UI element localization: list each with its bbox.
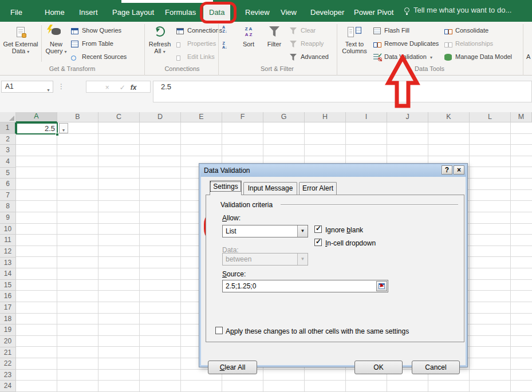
row-header-10[interactable]: 10	[0, 224, 16, 235]
row-header-17[interactable]: 17	[0, 302, 16, 314]
consolidate-icon	[444, 27, 454, 35]
formula-input[interactable]: 2.5	[153, 81, 532, 102]
ignore-blank-checkbox[interactable]: ✓	[314, 225, 322, 233]
from-table-button[interactable]: From Table	[71, 38, 113, 50]
ok-button[interactable]: OK	[354, 361, 403, 374]
sort-descending-button[interactable]: ZA↓	[222, 41, 236, 53]
recent-sources-button[interactable]: Recent Sources	[71, 52, 127, 63]
allow-dropdown[interactable]: List ▼	[222, 225, 308, 237]
column-header-a[interactable]: A	[16, 112, 57, 122]
formula-bar-splitter[interactable]: ⋮	[58, 82, 65, 90]
column-header-h[interactable]: H	[305, 112, 346, 122]
refresh-all-button[interactable]: RefreshAll ▾	[147, 23, 173, 64]
sort-icon: Z AA Z	[237, 25, 260, 39]
row-header-21[interactable]: 21	[0, 347, 16, 359]
tab-formulas[interactable]: Formulas	[159, 5, 202, 22]
row-header-22[interactable]: 22	[0, 358, 16, 370]
tab-power-pivot[interactable]: Power Pivot	[348, 5, 399, 22]
tab-insert[interactable]: Insert	[73, 5, 104, 22]
incell-dropdown-label[interactable]: In-cell dropdown	[325, 239, 376, 247]
row-header-24[interactable]: 24	[0, 381, 16, 392]
allow-dropdown-arrow-icon[interactable]: ▼	[297, 225, 308, 237]
get-external-data-icon	[2, 25, 39, 39]
data-validation-icon: ✓	[373, 53, 383, 61]
name-box[interactable]: A1▼	[1, 81, 53, 93]
column-header-f[interactable]: F	[222, 112, 263, 122]
dialog-title-bar[interactable]: Data Validation	[200, 165, 466, 177]
data-validation-button[interactable]: ✓Data Validation ▾	[373, 52, 432, 63]
row-header-5[interactable]: 5	[0, 168, 16, 179]
column-header-c[interactable]: C	[98, 112, 140, 122]
sort-button[interactable]: Z AA Z Sort	[237, 23, 260, 64]
row-header-16[interactable]: 16	[0, 291, 16, 302]
partial-analysis-button[interactable]: A	[526, 52, 530, 63]
row-header-11[interactable]: 11	[0, 235, 16, 246]
tab-view[interactable]: View	[275, 5, 302, 22]
tab-page-layout[interactable]: Page Layout	[107, 5, 160, 22]
enter-entry-icon[interactable]: ✓	[120, 84, 125, 92]
dialog-close-button[interactable]: ×	[454, 165, 464, 175]
row-header-18[interactable]: 18	[0, 314, 16, 325]
row-header-20[interactable]: 20	[0, 336, 16, 347]
row-header-13[interactable]: 13	[0, 258, 16, 269]
flash-fill-button[interactable]: Flash Fill	[373, 25, 409, 37]
row-header-15[interactable]: 15	[0, 280, 16, 291]
tab-review[interactable]: Review	[239, 5, 275, 22]
sort-ascending-button[interactable]: AZ↓	[222, 25, 236, 37]
row-header-23[interactable]: 23	[0, 370, 16, 381]
text-to-columns-button[interactable]: Text toColumns	[339, 23, 370, 64]
tab-settings[interactable]: Settings	[210, 180, 242, 195]
select-all-corner[interactable]	[0, 112, 16, 122]
range-picker-button[interactable]	[376, 281, 387, 291]
insert-function-icon[interactable]: fx	[131, 84, 137, 92]
tab-input-message[interactable]: Input Message	[243, 182, 297, 195]
row-header-19[interactable]: 19	[0, 324, 16, 336]
name-box-dropdown-icon[interactable]: ▼	[46, 85, 50, 96]
column-header-e[interactable]: E	[181, 112, 222, 122]
manage-data-model-button[interactable]: Manage Data Model	[444, 52, 512, 63]
get-external-data-button[interactable]: Get ExternalData ▾	[2, 23, 39, 64]
dialog-help-button[interactable]: ?	[442, 165, 452, 175]
remove-duplicates-button[interactable]: Remove Duplicates	[373, 38, 439, 50]
row-header-9[interactable]: 9	[0, 212, 16, 224]
tab-file[interactable]: File	[5, 5, 28, 22]
advanced-filter-button[interactable]: Advanced	[290, 52, 329, 63]
apply-changes-checkbox[interactable]	[215, 327, 223, 334]
incell-dropdown-checkbox[interactable]: ✓	[314, 239, 322, 246]
column-header-i[interactable]: I	[346, 112, 387, 122]
tab-error-alert[interactable]: Error Alert	[299, 182, 337, 195]
row-header-8[interactable]: 8	[0, 201, 16, 212]
column-header-m[interactable]: M	[511, 112, 532, 122]
clear-all-button[interactable]: Clear All	[208, 361, 257, 374]
row-header-3[interactable]: 3	[0, 145, 16, 156]
filter-button[interactable]: Filter	[262, 23, 286, 64]
row-header-7[interactable]: 7	[0, 190, 16, 201]
column-header-k[interactable]: K	[428, 112, 470, 122]
column-header-b[interactable]: B	[57, 112, 98, 122]
source-input[interactable]	[222, 280, 388, 292]
row-header-6[interactable]: 6	[0, 179, 16, 190]
connections-button[interactable]: Connections	[176, 25, 222, 37]
cancel-entry-icon[interactable]: ×	[105, 84, 109, 92]
cancel-button[interactable]: Cancel	[412, 361, 460, 374]
cell-a1-dropdown-button[interactable]: ▼	[59, 123, 68, 133]
new-query-button[interactable]: NewQuery ▾	[44, 23, 69, 64]
column-header-l[interactable]: L	[470, 112, 511, 122]
consolidate-button[interactable]: Consolidate	[444, 25, 488, 37]
row-header-2[interactable]: 2	[0, 134, 16, 145]
ignore-blank-label[interactable]: Ignore blank	[325, 226, 363, 234]
cell-a1[interactable]: 2.5	[16, 122, 58, 134]
row-header-14[interactable]: 14	[0, 268, 16, 280]
apply-changes-label[interactable]: Apply these changes to all other cells w…	[226, 327, 409, 335]
column-header-g[interactable]: G	[263, 112, 305, 122]
row-header-12[interactable]: 12	[0, 246, 16, 258]
row-header-4[interactable]: 4	[0, 156, 16, 168]
tab-developer[interactable]: Developer	[305, 5, 350, 22]
show-queries-button[interactable]: Show Queries	[71, 25, 121, 37]
column-header-j[interactable]: J	[387, 112, 428, 122]
tab-home[interactable]: Home	[39, 5, 70, 22]
column-header-d[interactable]: D	[140, 112, 181, 122]
tab-data[interactable]: Data	[203, 5, 230, 22]
tell-me-box[interactable]: Tell me what you want to do...	[404, 6, 511, 14]
row-header-1[interactable]: 1	[0, 122, 16, 134]
